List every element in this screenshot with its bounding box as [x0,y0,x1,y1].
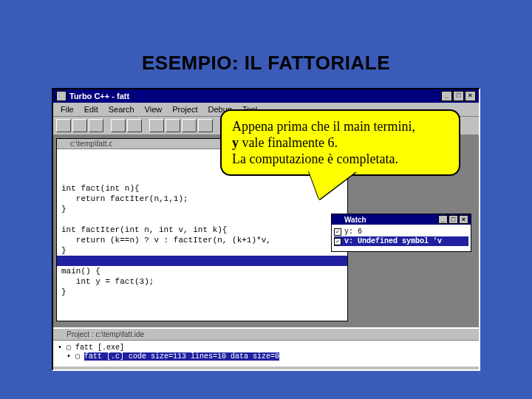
slide-title: ESEMPIO: IL FATTORIALE [30,52,502,75]
menu-view[interactable]: View [140,104,167,115]
window-controls: _ □ × [441,91,476,101]
menu-file[interactable]: File [56,104,78,115]
checkbox-icon[interactable]: ✓ [334,228,341,236]
ide-titlebar: Turbo C++ - fatt _ □ × [53,89,479,103]
toolbar-button[interactable] [56,119,71,132]
watch-expression: v: Undefined symbol 'v [344,237,442,245]
callout-line: La computazione è completata. [232,151,449,167]
project-panel: Project : c:\temp\fatt.ide • ▢ fatt [.ex… [53,327,479,366]
toolbar-button[interactable] [198,119,213,132]
toolbar-separator [105,119,109,132]
callout-text: vale finalmente 6. [239,135,338,150]
project-item[interactable]: • ▢ fatt [.c] code size=113 lines=10 dat… [58,352,474,361]
watch-titlebar: Watch _ □ × [332,214,471,225]
toolbar-button[interactable] [111,119,126,132]
callout-bubble: Appena prima che il main termini, y vale… [220,109,460,176]
toolbar-button[interactable] [149,119,164,132]
project-titlebar: Project : c:\temp\fatt.ide [53,329,479,341]
checkbox-icon[interactable]: ✓ [334,238,341,245]
project-item-label: fatt [.c] code size=113 lines=10 data si… [84,352,279,361]
system-menu-icon[interactable] [56,330,64,338]
watch-row[interactable]: ✓ y: 6 [334,227,468,236]
system-menu-icon[interactable] [334,216,342,224]
menu-search[interactable]: Search [104,104,139,115]
callout-line: Appena prima che il main termini, [232,118,449,134]
watch-window: Watch _ □ × ✓ y: 6 ✓ v: Undefined symbol… [331,214,471,252]
close-button[interactable]: × [459,215,468,224]
code-window-title: c:\temp\fatt.c [70,140,112,148]
slide: ESEMPIO: IL FATTORIALE Turbo C++ - fatt … [0,0,532,399]
watch-expression: y: 6 [344,228,362,236]
minimize-button[interactable]: _ [441,91,452,101]
menu-edit[interactable]: Edit [80,104,103,115]
toolbar-button[interactable] [166,119,180,132]
watch-title-text: Watch [344,216,366,224]
minimize-button[interactable]: _ [438,215,448,224]
system-menu-icon[interactable] [56,91,66,101]
callout-line: y vale finalmente 6. [232,134,449,151]
maximize-button[interactable]: □ [453,91,464,101]
project-title-text: Project : c:\temp\fatt.ide [66,330,144,338]
project-item[interactable]: • ▢ fatt [.exe] [58,343,474,352]
window-controls: _ □ × [438,215,468,224]
callout-variable: y [232,135,239,150]
annotation-callout: Appena prima che il main termini, y vale… [220,109,460,176]
toolbar-button[interactable] [127,119,142,132]
statusbar [53,366,479,369]
project-tree[interactable]: • ▢ fatt [.exe] • ▢ fatt [.c] code size=… [53,341,479,366]
code-text: int fact(int n){ return factIter(n,1,1);… [61,183,343,297]
watch-list[interactable]: ✓ y: 6 ✓ v: Undefined symbol 'v [332,225,471,251]
project-item-label: fatt [.exe] [75,344,124,352]
watch-row[interactable]: ✓ v: Undefined symbol 'v [334,236,468,246]
close-button[interactable]: × [465,91,476,101]
toolbar-button[interactable] [182,119,197,132]
toolbar-button[interactable] [89,119,103,132]
toolbar-separator [214,119,219,132]
ide-title-text: Turbo C++ - fatt [69,92,129,100]
toolbar-button[interactable] [72,119,87,132]
system-menu-icon[interactable] [60,140,68,148]
callout-tail-icon [309,171,356,200]
menu-project[interactable]: Project [168,104,202,115]
maximize-button[interactable]: □ [449,215,458,224]
toolbar-separator [143,119,148,132]
